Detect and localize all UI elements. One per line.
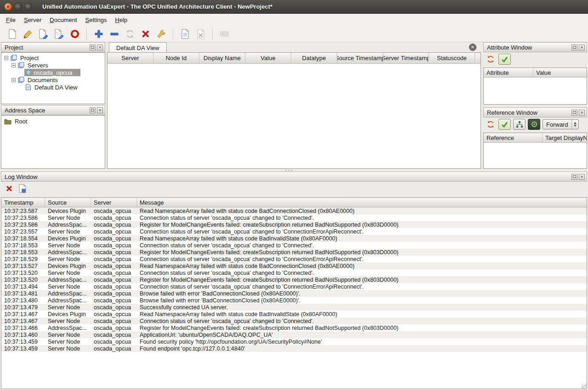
spinner-arrows[interactable] [571, 120, 578, 129]
log-row[interactable]: 10:37:23.586AddressSpac...oscada_opcuaRe… [1, 221, 587, 228]
log-row[interactable]: 10:37:13.520AddressSpac...oscada_opcuaRe… [1, 276, 587, 283]
connect-server-button[interactable] [122, 27, 138, 41]
float-panel-button[interactable] [90, 107, 96, 113]
remove-server-button[interactable] [107, 27, 122, 41]
close-panel-button[interactable]: ✕ [97, 107, 103, 113]
log-row[interactable]: 10:37:13.520Server Nodeoscada_opcuaConne… [1, 269, 587, 276]
save-log-icon [18, 184, 27, 193]
column-header-node-id[interactable]: Node Id [153, 53, 199, 63]
disconnect-server-button[interactable] [138, 27, 153, 41]
column-header-statuscode[interactable]: Statuscode [429, 53, 475, 63]
refresh-references-button[interactable] [485, 119, 496, 130]
float-panel-button[interactable] [90, 45, 96, 50]
column-header-value[interactable]: Value [533, 68, 587, 77]
log-row[interactable]: 10:37:13.527Devices Pluginoscada_opcuaRe… [1, 262, 587, 269]
auto-update-toggle[interactable] [498, 54, 511, 65]
save-project-as-button[interactable] [51, 27, 67, 41]
log-row[interactable]: 10:37:13.467Devices Pluginoscada_opcuaRe… [1, 311, 587, 318]
save-project-button[interactable] [36, 27, 51, 41]
refresh-attributes-button[interactable] [485, 54, 496, 65]
close-tab-button[interactable]: ✕ [469, 44, 476, 51]
column-header-datatype[interactable]: Datatype [291, 53, 337, 63]
splitter-handle[interactable] [285, 170, 293, 171]
tree-item-oscada-opcua[interactable]: oscada_opcua [1, 69, 105, 76]
tree-item-label: oscada_opcua [34, 69, 73, 76]
column-header-server[interactable]: Server [107, 53, 153, 63]
remove-document-button[interactable] [193, 27, 209, 41]
log-row[interactable]: 10:37:18.553Server Nodeoscada_opcuaConne… [1, 242, 587, 249]
tree-item-servers[interactable]: Servers [1, 61, 105, 69]
log-row[interactable]: 10:37:13.494Server Nodeoscada_opcuaConne… [1, 283, 587, 290]
add-server-button[interactable] [91, 27, 107, 41]
add-document-button[interactable] [177, 27, 193, 41]
log-row[interactable]: 10:37:13.479Server Nodeoscada_opcuaSucce… [1, 304, 587, 311]
column-header-server[interactable]: Server [91, 198, 137, 207]
tree-item-project[interactable]: Project [1, 54, 105, 61]
log-row[interactable]: 10:37:13.459Server Nodeoscada_opcuaFound… [1, 338, 587, 345]
close-panel-button[interactable]: ✕ [97, 45, 103, 50]
minimize-button[interactable]: − [14, 3, 22, 11]
log-row[interactable]: 10:37:18.553AddressSpac...oscada_opcuaRe… [1, 249, 587, 256]
float-panel-button[interactable] [571, 110, 577, 116]
tab-default-da-view[interactable]: Default DA View [109, 42, 167, 53]
log-row[interactable]: 10:37:13.480AddressSpac...oscada_opcuaBr… [1, 297, 587, 304]
column-header-attribute[interactable]: Attribute [484, 68, 533, 77]
menu-file[interactable]: File [2, 15, 20, 25]
new-project-button[interactable] [5, 27, 20, 41]
column-header-source-timestamp[interactable]: Source Timestamp [337, 53, 383, 63]
target-view-button[interactable] [528, 119, 540, 130]
tree-item-default-da-view[interactable]: Default DA View [1, 84, 105, 91]
arrow-down-icon [574, 125, 577, 127]
tree-item-root[interactable]: Root [1, 117, 105, 125]
tree-item-documents[interactable]: Documents [1, 76, 105, 84]
log-cell: Read NamespaceArray failed with status c… [137, 208, 587, 214]
resize-grip[interactable] [581, 384, 587, 389]
open-project-button[interactable] [20, 27, 36, 41]
column-header-target-displayname[interactable]: Target DisplayName [543, 133, 587, 142]
column-header-value[interactable]: Value [245, 53, 291, 63]
log-row[interactable]: 10:37:13.466AddressSpac...oscada_opcuaRe… [1, 324, 587, 331]
column-header-source[interactable]: Source [45, 198, 91, 207]
server-properties-button[interactable] [153, 27, 169, 41]
hierarchy-view-button[interactable] [513, 119, 526, 130]
direction-select[interactable]: Forward [543, 119, 579, 129]
save-log-button[interactable] [17, 183, 28, 194]
log-row[interactable]: 10:37:23.557Server Nodeoscada_opcuaConne… [1, 228, 587, 235]
close-panel-button[interactable]: ✕ [579, 45, 585, 50]
titlebar[interactable]: × − ▫ Unified Automation UaExpert - The … [0, 0, 588, 14]
float-panel-button[interactable] [571, 45, 577, 50]
log-row[interactable]: 10:37:18.529Server Nodeoscada_opcuaConne… [1, 256, 587, 262]
selected-tree-item[interactable]: oscada_opcua [24, 69, 80, 76]
tree-item-label: Project [19, 55, 40, 61]
maximize-button[interactable]: ▫ [24, 3, 32, 11]
column-header-message[interactable]: Message [137, 198, 587, 207]
close-panel-button[interactable]: ✕ [579, 110, 585, 116]
log-cell: Read NamespaceArray failed with status c… [137, 311, 587, 318]
log-row[interactable]: 10:37:13.459Server Nodeoscada_opcuaFound… [1, 345, 587, 352]
log-row[interactable]: 10:37:13.481AddressSpac...oscada_opcuaBr… [1, 290, 587, 297]
float-panel-button[interactable] [571, 174, 577, 180]
close-panel-button[interactable]: ✕ [579, 174, 585, 180]
collapse-icon[interactable] [11, 78, 16, 82]
menu-help[interactable]: Help [111, 15, 132, 25]
collapse-icon[interactable] [11, 63, 16, 67]
column-header-reference[interactable]: Reference [484, 133, 543, 142]
auto-update-toggle[interactable] [498, 119, 511, 130]
ua-logo-button[interactable] [67, 27, 83, 41]
menu-settings[interactable]: Settings [81, 15, 111, 25]
column-header-server-timestamp[interactable]: Server Timestamp [383, 53, 429, 63]
menu-document[interactable]: Document [45, 15, 81, 25]
log-row[interactable]: 10:37:23.586Server Nodeoscada_opcuaConne… [1, 214, 587, 221]
log-row[interactable]: 10:37:13.467Server Nodeoscada_opcuaConne… [1, 318, 587, 324]
clear-log-button[interactable] [4, 183, 15, 194]
refresh-arrows-icon [125, 29, 135, 39]
column-header-display-name[interactable]: Display Name [199, 53, 245, 63]
log-row[interactable]: 10:37:18.554Devices Pluginoscada_opcuaRe… [1, 235, 587, 242]
log-row[interactable]: 10:37:13.460Server Nodeoscada_opcuaAppli… [1, 331, 587, 338]
gds-settings-button[interactable] [217, 27, 232, 41]
column-header-timestamp[interactable]: Timestamp [1, 198, 45, 207]
log-row[interactable]: 10:37:23.587Devices Pluginoscada_opcuaRe… [1, 207, 587, 214]
menu-server[interactable]: Server [20, 15, 45, 25]
close-button[interactable]: × [4, 3, 12, 11]
collapse-icon[interactable] [4, 56, 8, 60]
